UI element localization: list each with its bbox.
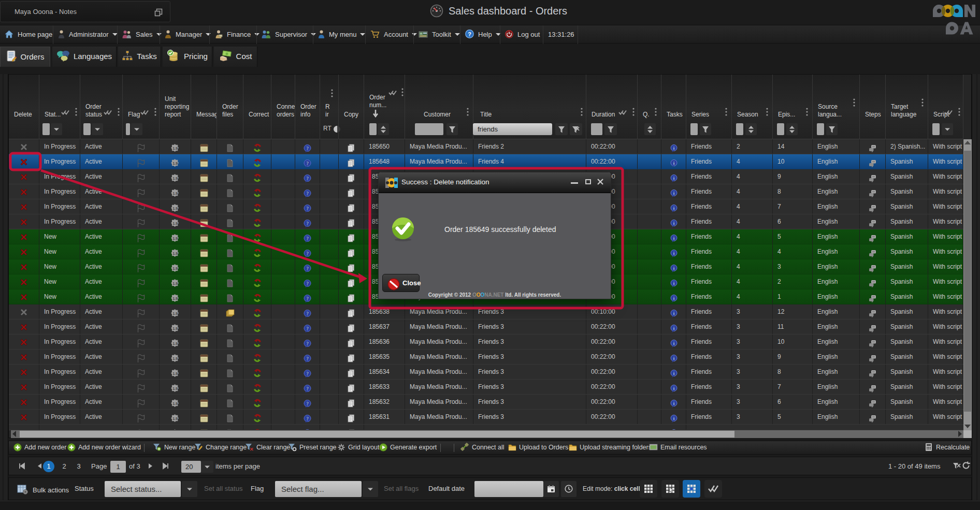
- svg-text:?: ?: [468, 31, 471, 37]
